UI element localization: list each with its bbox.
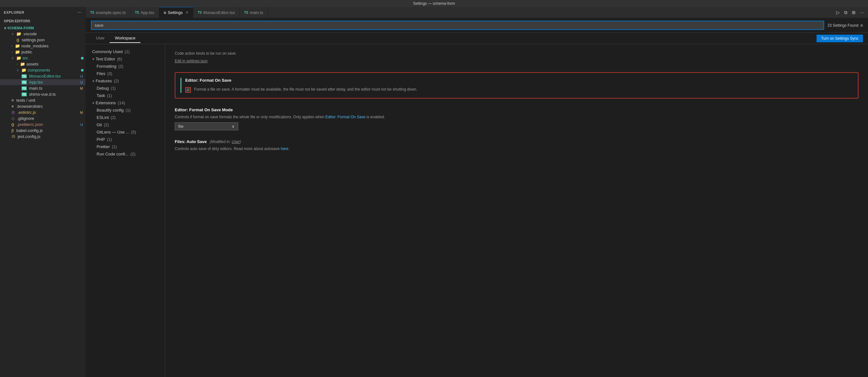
tree-item-src[interactable]: ∨ 📁 src xyxy=(0,55,86,61)
split-editor-icon[interactable]: ⧉ xyxy=(843,9,848,16)
settings-tab-workspace[interactable]: Workspace xyxy=(110,34,141,43)
nav-item-extensions[interactable]: ∨ Extensions (14) xyxy=(86,99,165,107)
tree-item-prettierrc[interactable]: {} .prettierrc.json U xyxy=(0,121,86,127)
project-section[interactable]: ∨ SCHEMA-FORM xyxy=(0,25,86,31)
modified-badge: M xyxy=(80,86,83,90)
folder-icon: 📁 xyxy=(16,56,21,60)
setting-code-action-on-save: Code action kinds to be run on save. Edi… xyxy=(175,51,859,63)
settings-list-icon[interactable]: ≡ xyxy=(860,23,863,28)
folder-icon: 📁 xyxy=(21,68,26,72)
tab-close-button[interactable]: ✕ xyxy=(186,10,188,14)
edit-in-settings-link[interactable]: Edit in settings.json xyxy=(175,59,859,63)
settings-tab-group: User Workspace xyxy=(91,34,141,43)
tree-item-browserslistrc[interactable]: ≡ .browserslistrc xyxy=(0,103,86,109)
tab-monaco-editor[interactable]: TS MonacoEditor.tsx xyxy=(193,7,240,18)
tree-item-app-tsx[interactable]: TS App.tsx U xyxy=(0,79,86,85)
tab-main-ts[interactable]: TS main.ts xyxy=(240,7,268,18)
folder-icon: 📁 xyxy=(15,44,20,48)
sync-button[interactable]: Turn on Settings Sync xyxy=(816,35,863,42)
nav-item-text-editor[interactable]: ∨ Text Editor (6) xyxy=(86,55,165,63)
nav-item-debug[interactable]: Debug (1) xyxy=(86,85,165,92)
nav-item-run-code[interactable]: Run Code confi... (2) xyxy=(86,150,165,158)
modified-dot xyxy=(81,57,84,59)
ts-badge: TS xyxy=(90,11,94,14)
autosave-link[interactable]: here xyxy=(281,147,288,151)
tree-item-jest-config[interactable]: JS jest.config.js xyxy=(0,134,86,140)
tab-label: example.spec.ts xyxy=(96,10,126,15)
nav-item-php[interactable]: PHP (1) xyxy=(86,136,165,143)
tab-settings[interactable]: ≡ Settings ✕ xyxy=(159,7,193,18)
layout-icon[interactable]: ⊞ xyxy=(851,9,857,16)
json-icon: {} xyxy=(17,38,20,42)
chevron-right-icon: › xyxy=(11,50,12,54)
ts-badge: TS xyxy=(135,11,139,14)
chevron-down-icon: ∨ xyxy=(231,124,235,129)
tab-label: MonacoEditor.tsx xyxy=(203,10,235,15)
settings-body: Commonly Used (1) ∨ Text Editor (6) Form… xyxy=(86,44,868,377)
nav-item-eslint[interactable]: ESLint (2) xyxy=(86,114,165,121)
settings-search-input[interactable] xyxy=(91,21,824,30)
chevron-down-icon: ∨ xyxy=(11,32,14,36)
window-title: Settings — schema-form xyxy=(413,1,455,6)
tab-label: main.ts xyxy=(250,10,263,15)
nav-item-formatting[interactable]: Formatting (2) xyxy=(86,63,165,70)
tree-item-public[interactable]: › 📁 public xyxy=(0,49,86,55)
nav-item-files[interactable]: Files (3) xyxy=(86,70,165,77)
tree-item-babel-config[interactable]: β babel.config.js xyxy=(0,127,86,134)
settings-found-count: 23 Settings Found ≡ xyxy=(827,23,863,28)
tab-app-tsx[interactable]: TS App.tsx xyxy=(131,7,159,18)
settings-content: Code action kinds to be run on save. Edi… xyxy=(165,44,868,377)
js-icon: JS xyxy=(11,135,15,138)
ts-badge: TS xyxy=(197,11,202,14)
open-editors-section[interactable]: OPEN EDITORS xyxy=(0,18,86,24)
modified-tag: (Modified in: User) xyxy=(210,140,241,144)
nav-item-git[interactable]: Git (2) xyxy=(86,121,165,128)
tree-item-assets[interactable]: › 📁 assets xyxy=(0,61,86,67)
tree-item-components[interactable]: ∨ 📁 components xyxy=(0,67,86,73)
settings-nav: Commonly Used (1) ∨ Text Editor (6) Form… xyxy=(86,44,165,377)
tree-item-eslintrc[interactable]: ⊙ .eslintrc.js M xyxy=(0,109,86,115)
sidebar-more-button[interactable]: ··· xyxy=(78,9,82,15)
settings-tab-user[interactable]: User xyxy=(91,34,110,43)
setting-auto-save: Files: Auto Save (Modified in: User) Con… xyxy=(175,139,859,152)
nav-item-features[interactable]: ∨ Features (2) xyxy=(86,77,165,85)
ts-file-icon: TS xyxy=(22,80,27,84)
modified-badge: U xyxy=(81,75,83,78)
format-on-save-desc: Format a file on save. A formatter must … xyxy=(194,86,417,92)
tabs-actions: ▷ ⧉ ⊞ ··· xyxy=(832,9,868,16)
nav-item-gitlens[interactable]: GitLens — Use ... (5) xyxy=(86,128,165,136)
tree-item-node-modules[interactable]: › 📁 node_modules xyxy=(0,43,86,49)
format-on-save-checkbox[interactable]: ✓ xyxy=(185,87,191,93)
format-on-save-link[interactable]: Editor: Format On Save xyxy=(326,115,365,119)
setting-format-on-save-mode: Editor: Format On Save Mode Controls if … xyxy=(175,108,859,130)
setting-format-on-save-mode-desc: Controls if format on save formats the w… xyxy=(175,114,859,120)
tabs-bar: TS example.spec.ts TS App.tsx ≡ Settings… xyxy=(86,7,868,18)
modified-user: User xyxy=(231,140,240,144)
tree-item-gitignore[interactable]: ◇ .gitignore xyxy=(0,115,86,121)
settings-search-bar: 23 Settings Found ≡ xyxy=(86,18,868,33)
sidebar: EXPLORER ··· OPEN EDITORS ∨ SCHEMA-FORM … xyxy=(0,7,86,377)
nav-item-task[interactable]: Task (1) xyxy=(86,92,165,99)
format-on-save-checkbox-row: ✓ Format a file on save. A formatter mus… xyxy=(185,86,853,93)
setting-format-on-save-inner: Editor: Format On Save ✓ Format a file o… xyxy=(181,78,853,93)
tab-example-spec[interactable]: TS example.spec.ts xyxy=(86,7,131,18)
chevron-down-icon: ∨ xyxy=(11,56,14,60)
more-actions-icon[interactable]: ··· xyxy=(859,9,865,16)
nav-item-prettier[interactable]: Prettier (1) xyxy=(86,143,165,150)
tree-item-main-ts[interactable]: TS main.ts M xyxy=(0,85,86,91)
ts-file-icon: TS xyxy=(22,92,27,96)
tree-item-vscode[interactable]: ∨ 📁 .vscode xyxy=(0,31,86,37)
chevron-down-icon: ∨ xyxy=(92,79,94,83)
nav-item-beautify[interactable]: Beautify config (1) xyxy=(86,107,165,114)
nav-item-commonly-used[interactable]: Commonly Used (1) xyxy=(86,48,165,55)
sidebar-title: EXPLORER xyxy=(4,10,25,14)
tree-item-shims-vue[interactable]: TS shims-vue.d.ts xyxy=(0,91,86,97)
tree-item-settings-json[interactable]: {} settings.json xyxy=(0,37,86,43)
run-icon[interactable]: ▷ xyxy=(835,9,841,16)
title-bar: Settings — schema-form xyxy=(0,0,868,7)
tree-item-monaco-editor[interactable]: TS MonacoEditor.tsx U xyxy=(0,73,86,79)
setting-code-action-desc: Code action kinds to be run on save. xyxy=(175,51,859,56)
diamond-icon: ◇ xyxy=(11,116,14,121)
tree-item-tests[interactable]: ≡ tests / unit xyxy=(0,97,86,103)
format-on-save-mode-select[interactable]: file ∨ xyxy=(175,122,238,130)
